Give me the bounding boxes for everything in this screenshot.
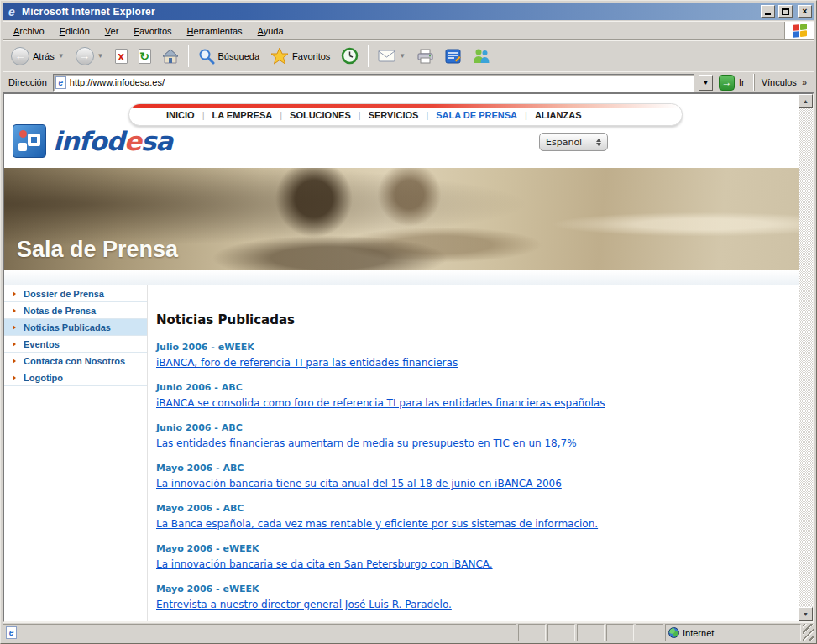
- resize-grip[interactable]: [803, 624, 814, 641]
- arrow-icon: [13, 375, 16, 380]
- title-bar[interactable]: e Microsoft Internet Explorer ×: [3, 3, 814, 20]
- refresh-icon: ↻: [139, 49, 151, 64]
- sidebar-item-label: Notas de Prensa: [24, 306, 96, 316]
- site-logo[interactable]: infodesa: [13, 124, 172, 158]
- sidebar-item-noticias-publicadas[interactable]: Noticias Publicadas: [4, 319, 147, 336]
- news-item: Julio 2006 - eWEEK iBANCA, foro de refer…: [156, 341, 799, 370]
- web-page: INICIO LA EMPRESA SOLUCIONES SERVICIOS S…: [4, 94, 799, 621]
- close-button[interactable]: ×: [798, 5, 812, 18]
- language-select[interactable]: Español: [539, 133, 608, 151]
- edit-button[interactable]: [441, 46, 465, 66]
- news-date: Mayo 2006 - eWEEK: [156, 583, 799, 595]
- back-label: Atrás: [33, 51, 55, 61]
- status-zone-label: Internet: [683, 628, 714, 638]
- arrow-icon: [13, 359, 16, 364]
- nav-soluciones[interactable]: SOLUCIONES: [272, 110, 351, 120]
- scroll-down-button[interactable]: ▼: [799, 607, 813, 621]
- header-divider: [526, 96, 526, 165]
- menu-ayuda[interactable]: Ayuda: [250, 24, 291, 39]
- favorites-label: Favoritos: [292, 51, 330, 61]
- menu-favoritos[interactable]: Favoritos: [126, 24, 179, 39]
- news-link[interactable]: iBANCA, foro de referencia TI para las e…: [156, 356, 458, 370]
- sidebar-item-logotipo[interactable]: Logotipo: [4, 369, 147, 386]
- mail-dropdown-icon[interactable]: ▼: [399, 52, 406, 60]
- status-pane: [577, 624, 605, 641]
- status-pane: [606, 624, 634, 641]
- stop-icon: x: [115, 49, 128, 64]
- go-button[interactable]: → Ir: [717, 75, 750, 91]
- address-input-wrap: e: [53, 74, 694, 92]
- address-input[interactable]: [70, 77, 692, 87]
- favorites-button[interactable]: Favoritos: [266, 45, 334, 67]
- sidebar-item-label: Contacta con Nosotros: [24, 356, 125, 366]
- nav-sala-de-prensa[interactable]: SALA DE PRENSA: [418, 110, 517, 120]
- news-link[interactable]: Entrevista a nuestro director general Jo…: [156, 598, 452, 612]
- news-link[interactable]: iBANCA se consolida como foro de referen…: [156, 396, 605, 411]
- forward-button[interactable]: → ▼: [71, 45, 108, 68]
- go-label: Ir: [739, 77, 745, 87]
- vertical-scrollbar[interactable]: ▲ ▼: [799, 94, 813, 621]
- news-item: Mayo 2006 - ABC La innovación bancaria t…: [156, 462, 799, 491]
- news-link[interactable]: La innovación bancaria se da cita en San…: [156, 558, 493, 572]
- mail-icon: [378, 50, 395, 62]
- browser-viewport: INICIO LA EMPRESA SOLUCIONES SERVICIOS S…: [3, 92, 814, 623]
- sidebar-item-dossier-de-prensa[interactable]: Dossier de Prensa: [4, 285, 147, 302]
- windows-flag-icon: [793, 24, 808, 39]
- site-header: INICIO LA EMPRESA SOLUCIONES SERVICIOS S…: [4, 94, 799, 168]
- status-zone-pane: Internet: [665, 624, 801, 641]
- mail-button[interactable]: ▼: [374, 47, 410, 65]
- site-nav: INICIO LA EMPRESA SOLUCIONES SERVICIOS S…: [128, 103, 683, 126]
- news-link[interactable]: Las entidades financieras aumentarn de m…: [156, 437, 577, 451]
- menu-herramientas[interactable]: Herramientas: [180, 24, 250, 39]
- back-icon: ←: [11, 47, 29, 65]
- print-button[interactable]: [412, 46, 438, 66]
- status-pane: [518, 624, 546, 641]
- minimize-button[interactable]: [761, 5, 775, 18]
- page-ie-icon: e: [55, 76, 66, 89]
- messenger-button[interactable]: [468, 45, 495, 66]
- sidebar-item-label: Logotipo: [24, 373, 63, 383]
- language-value: Español: [546, 137, 582, 148]
- scrollbar-track[interactable]: [799, 108, 813, 607]
- search-icon: [198, 48, 215, 65]
- nav-inicio[interactable]: INICIO: [166, 110, 195, 120]
- forward-dropdown-icon[interactable]: ▼: [97, 52, 104, 60]
- menu-bar: Archivo Edición Ver Favoritos Herramient…: [3, 21, 814, 40]
- hero-banner: Sala de Prensa: [4, 168, 799, 270]
- address-dropdown-button[interactable]: ▼: [699, 75, 713, 91]
- nav-alianzas[interactable]: ALIANZAS: [517, 110, 581, 120]
- search-button[interactable]: Búsqueda: [194, 45, 264, 67]
- news-date: Mayo 2006 - ABC: [156, 462, 799, 474]
- home-button[interactable]: [158, 46, 183, 66]
- status-pane: [547, 624, 575, 641]
- select-arrows-icon: [596, 139, 601, 146]
- sidebar-item-label: Dossier de Prensa: [24, 289, 104, 299]
- news-link[interactable]: La innovación bancaria tiene su cita anu…: [156, 477, 562, 491]
- links-bar[interactable]: Vínculos »: [754, 74, 810, 91]
- news-item: Junio 2006 - ABC Las entidades financier…: [156, 421, 799, 451]
- scroll-up-button[interactable]: ▲: [799, 94, 813, 108]
- logo-text: infodesa: [53, 126, 172, 156]
- history-button[interactable]: [337, 45, 363, 67]
- page-title: Noticias Publicadas: [156, 312, 799, 327]
- stop-button[interactable]: x: [111, 46, 132, 66]
- menu-archivo[interactable]: Archivo: [6, 24, 52, 39]
- history-clock-icon: [341, 47, 359, 65]
- sidebar-item-eventos[interactable]: Eventos: [4, 336, 147, 353]
- sidebar-item-notas-de-prensa[interactable]: Notas de Prensa: [4, 302, 147, 319]
- back-button[interactable]: ← Atrás ▼: [7, 45, 69, 68]
- toolbar-separator: [188, 45, 189, 67]
- sidebar-item-label: Noticias Publicadas: [24, 322, 111, 332]
- sidebar-item-label: Eventos: [24, 339, 60, 349]
- sidebar-item-contacta-con-nosotros[interactable]: Contacta con Nosotros: [4, 353, 147, 369]
- maximize-icon: [782, 8, 789, 15]
- nav-la-empresa[interactable]: LA EMPRESA: [195, 110, 273, 120]
- back-dropdown-icon[interactable]: ▼: [58, 52, 65, 60]
- refresh-button[interactable]: ↻: [134, 46, 155, 66]
- nav-servicios[interactable]: SERVICIOS: [351, 110, 419, 120]
- search-label: Búsqueda: [218, 51, 260, 61]
- menu-edicion[interactable]: Edición: [52, 24, 97, 39]
- maximize-button[interactable]: [778, 5, 793, 18]
- news-link[interactable]: La Banca española, cada vez mas rentable…: [156, 517, 598, 531]
- menu-ver[interactable]: Ver: [97, 24, 127, 39]
